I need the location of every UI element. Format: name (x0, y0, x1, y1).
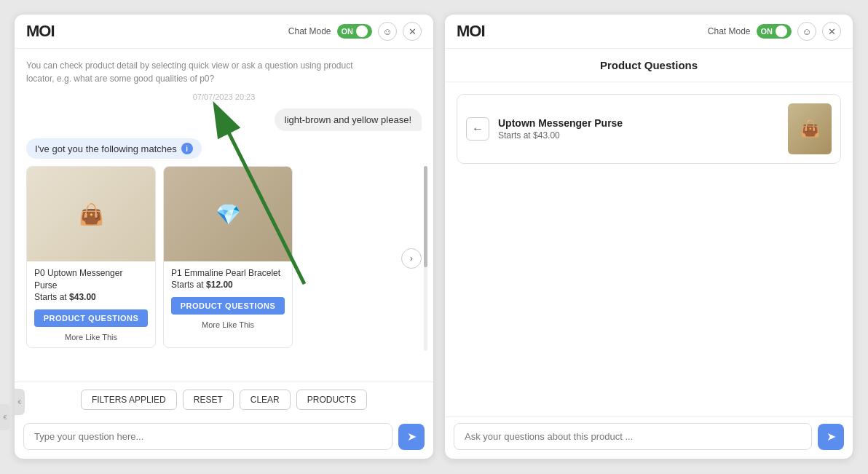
scroll-track (424, 166, 427, 351)
left-header: MOI Chat Mode ON ☺ ✕ (15, 15, 433, 49)
product-image-0: 👜 (27, 167, 155, 261)
assistant-tag: I've got you the following matches i (26, 138, 202, 159)
info-icon: i (181, 143, 193, 154)
assistant-message: I've got you the following matches (35, 143, 177, 154)
right-header-right: Chat Mode ON ☺ ✕ (708, 22, 841, 41)
product-questions-btn-1[interactable]: PRODUCT QUESTIONS (171, 297, 285, 315)
product-detail-price: Starts at $43.00 (498, 130, 779, 141)
timestamp: 07/07/2023 20:23 (26, 92, 422, 101)
product-detail-name: Uptown Messenger Purse (498, 117, 779, 129)
chat-panel: MOI Chat Mode ON ☺ ✕ You can check produ… (15, 15, 433, 459)
product-questions-title: Product Questions (457, 59, 841, 71)
toggle-state-label: ON (342, 27, 354, 36)
left-header-right: Chat Mode ON ☺ ✕ (288, 22, 422, 41)
product-send-button[interactable]: ➤ (818, 424, 844, 450)
user-bubble: light-brown and yellow please! (275, 108, 422, 131)
product-thumbnail: 👜 (788, 103, 832, 154)
product-detail-card: ← Uptown Messenger Purse Starts at $43.0… (457, 94, 841, 164)
product-questions-area (457, 173, 841, 405)
products-row: 👜 P0 Uptown Messenger Purse Starts at $4… (26, 166, 422, 351)
system-message: You can check product detail by selectin… (26, 59, 382, 85)
right-header: MOI Chat Mode ON ☺ ✕ (445, 15, 853, 49)
product-panel-body: ← Uptown Messenger Purse Starts at $43.0… (445, 82, 853, 416)
right-toggle-state: ON (761, 27, 773, 36)
more-like-this-1[interactable]: More Like This (164, 317, 292, 335)
left-tab[interactable]: € (15, 389, 25, 415)
back-button[interactable]: ← (466, 117, 489, 141)
left-logo: MOI (26, 22, 55, 41)
card-price-1: Starts at $12.00 (171, 280, 285, 290)
left-chat-mode-label: Chat Mode (288, 26, 331, 36)
right-toggle-circle (776, 25, 787, 37)
card-title-0: P0 Uptown Messenger Purse (34, 267, 148, 292)
product-card-0: 👜 P0 Uptown Messenger Purse Starts at $4… (26, 166, 156, 348)
filter-bar: FILTERS APPLIED RESET CLEAR PRODUCTS (15, 382, 433, 417)
smiley-icon-btn[interactable]: ☺ (378, 22, 397, 41)
product-card-1: 💎 P1 Emmaline Pearl Bracelet Starts at $… (163, 166, 293, 348)
toggle-circle (356, 25, 368, 37)
scroll-thumb (424, 166, 427, 267)
product-image-1: 💎 (164, 167, 292, 261)
filters-applied-button[interactable]: FILTERS APPLIED (81, 390, 177, 410)
reset-button[interactable]: RESET (183, 390, 234, 410)
right-close-btn[interactable]: ✕ (822, 22, 841, 41)
product-panel: MOI Chat Mode ON ☺ ✕ Product Questions ←… (445, 15, 853, 459)
product-info: Uptown Messenger Purse Starts at $43.00 (498, 117, 779, 141)
chat-input[interactable] (23, 423, 392, 450)
product-questions-btn-0[interactable]: PRODUCT QUESTIONS (34, 309, 148, 327)
products-button[interactable]: PRODUCTS (296, 390, 367, 410)
product-question-input[interactable] (454, 423, 812, 450)
close-icon-btn[interactable]: ✕ (403, 22, 422, 41)
card-body-1: P1 Emmaline Pearl Bracelet Starts at $12… (164, 261, 292, 293)
card-title-1: P1 Emmaline Pearl Bracelet (171, 267, 285, 280)
products-container: 👜 P0 Uptown Messenger Purse Starts at $4… (26, 166, 422, 351)
scroll-next-button[interactable]: › (401, 248, 422, 269)
more-like-this-0[interactable]: More Like This (27, 330, 155, 347)
left-toggle[interactable]: ON (337, 24, 373, 39)
right-logo: MOI (457, 22, 485, 41)
send-button[interactable]: ➤ (398, 424, 425, 450)
send-icon: ➤ (407, 430, 417, 443)
product-input-row: ➤ (445, 416, 853, 459)
right-chat-mode-label: Chat Mode (708, 26, 751, 36)
chat-body: You can check product detail by selectin… (15, 49, 433, 382)
product-questions-title-row: Product Questions (445, 49, 853, 82)
product-send-icon: ➤ (826, 430, 836, 443)
chat-input-row: ➤ (15, 417, 433, 459)
card-price-0: Starts at $43.00 (34, 292, 148, 302)
right-toggle[interactable]: ON (757, 24, 792, 39)
clear-button[interactable]: CLEAR (240, 390, 291, 410)
card-body-0: P0 Uptown Messenger Purse Starts at $43.… (27, 261, 155, 305)
right-smiley-btn[interactable]: ☺ (797, 22, 816, 41)
